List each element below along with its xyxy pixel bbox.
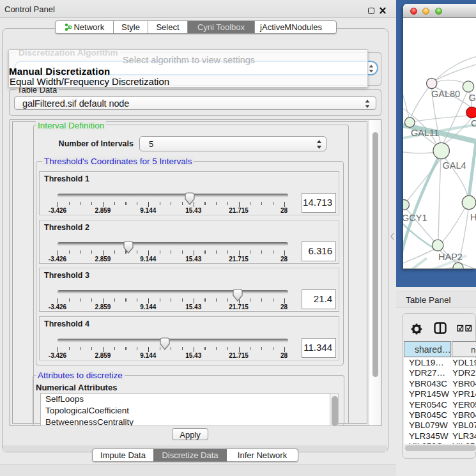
svg-text:CY: CY [471,118,476,128]
svg-text:GAL4: GAL4 [443,160,466,171]
svg-text:HAP2: HAP2 [438,252,463,262]
svg-text:GAL80: GAL80 [431,89,460,99]
svg-text:GA: GA [469,93,476,103]
svg-text:HIS4: HIS4 [470,212,476,222]
svg-text:GAL11: GAL11 [411,128,439,138]
svg-text:GCY1: GCY1 [403,213,427,223]
